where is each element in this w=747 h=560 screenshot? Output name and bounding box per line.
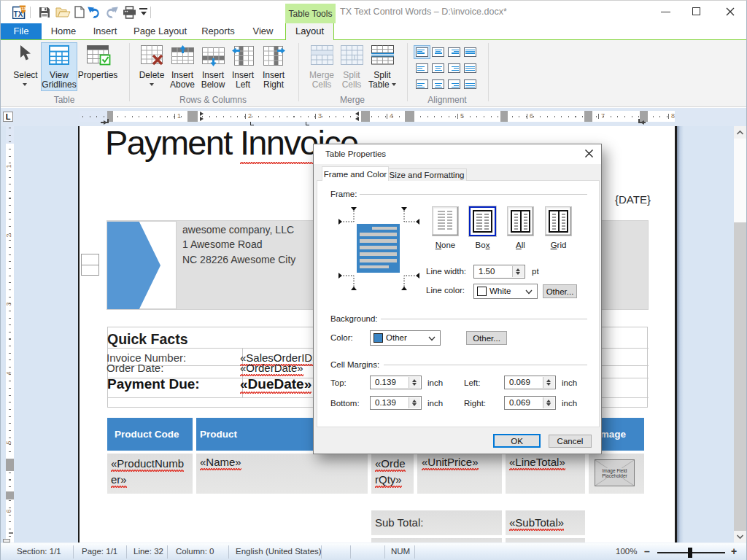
svg-text:X13: X13 [19,7,26,11]
